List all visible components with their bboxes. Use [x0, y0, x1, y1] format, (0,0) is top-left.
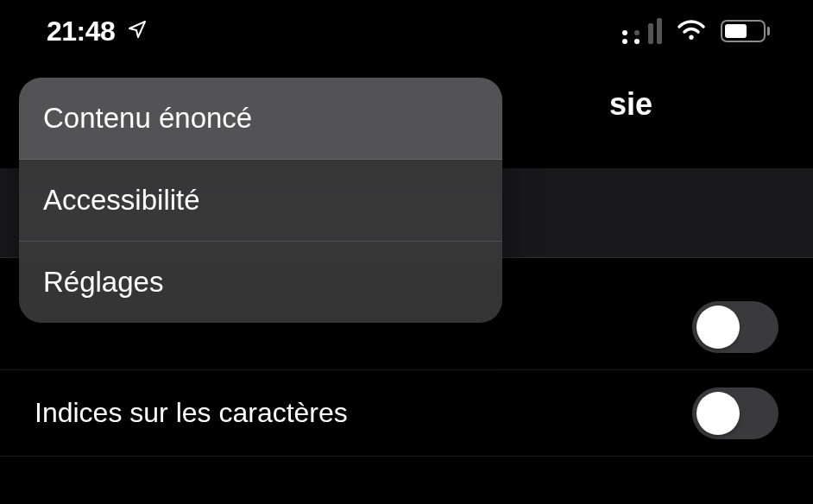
wifi-icon [676, 20, 707, 42]
toggle-switch[interactable] [692, 387, 778, 439]
popup-item-reglages[interactable]: Réglages [19, 242, 502, 323]
settings-row-indices[interactable]: Indices sur les caractères [0, 370, 813, 457]
toggle-knob [696, 306, 740, 349]
popup-item-contenu-enonce[interactable]: Contenu énoncé [19, 78, 502, 160]
status-right [622, 18, 770, 44]
cellular-icon [622, 18, 662, 44]
breadcrumb-popup: Contenu énoncé Accessibilité Réglages [19, 78, 502, 323]
battery-icon [721, 20, 770, 42]
popup-item-label: Réglages [43, 266, 163, 298]
status-left: 21:48 [47, 16, 148, 47]
location-icon [127, 19, 148, 43]
settings-row-label: Indices sur les caractères [35, 397, 348, 429]
popup-item-label: Accessibilité [43, 184, 200, 216]
status-bar: 21:48 [0, 0, 813, 62]
popup-item-accessibilite[interactable]: Accessibilité [19, 160, 502, 242]
popup-item-label: Contenu énoncé [43, 102, 252, 134]
toggle-knob [696, 392, 740, 435]
toggle-switch[interactable] [692, 301, 778, 353]
status-time: 21:48 [47, 16, 115, 47]
